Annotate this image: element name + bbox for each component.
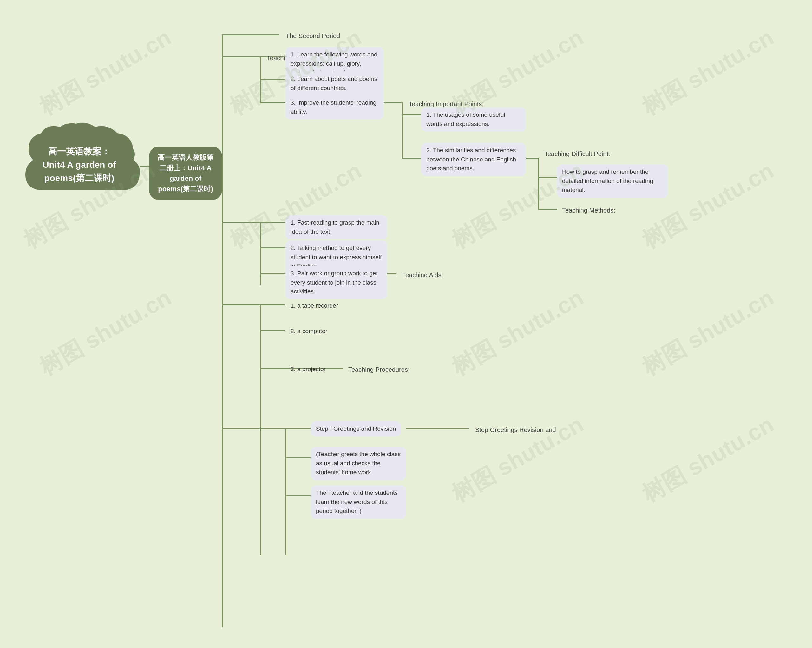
step1-box: Step I Greetings and Revision: [311, 421, 401, 437]
difficult-vline: [538, 158, 539, 177]
second-period-label: The Second Period: [281, 28, 345, 44]
method3-box: 3. Pair work or group work to get every …: [285, 266, 387, 299]
main-stem-line: [222, 34, 223, 627]
aim2-box: 2. Learn about poets and poems of differ…: [285, 72, 384, 96]
watermark: 树图 shutu.cn: [34, 22, 177, 122]
aids-sub-vline: [260, 305, 261, 368]
cloud-node: 高一英语教案：Unit4 A garden of poems(第二课时): [19, 120, 140, 209]
methods-hline: [538, 209, 557, 210]
method1-hline: [260, 222, 285, 223]
proc1-hline: [260, 428, 285, 429]
cloud-label: 高一英语教案：Unit4 A garden of poems(第二课时): [41, 145, 118, 185]
method3-hline: [260, 273, 285, 274]
aid1-hline: [260, 305, 285, 305]
difficult-point-label: Teaching Difficult Point:: [539, 146, 615, 162]
step-greetings-label: Step Greetings Revision and: [470, 422, 561, 438]
aid3-hline: [260, 368, 285, 369]
difficult-hline: [538, 177, 557, 178]
watermark: 树图 shutu.cn: [636, 22, 779, 122]
step1a-hline: [285, 457, 311, 458]
proc-vline: [260, 428, 261, 555]
aim3-box: 3. Improve the students' reading ability…: [285, 95, 384, 120]
step1b-box: Then teacher and the students learn the …: [311, 485, 406, 519]
imp2-box: 2. The similarities and differences betw…: [421, 143, 526, 176]
center-node: 高一英语人教版第二册上：Unit4 A garden of poems(第二课时…: [149, 146, 222, 200]
difficult-box: How to grasp and remember the detailed i…: [557, 164, 668, 198]
methods-vline-top: [538, 177, 539, 209]
proc1-sub-vline: [285, 428, 286, 555]
step1b-hline: [285, 495, 311, 496]
method2-hline: [260, 247, 285, 249]
imp1-hline: [402, 114, 421, 115]
step-greetings-hline: [406, 428, 469, 429]
aim3-hline: [260, 102, 285, 104]
aids-bottom-vline: [260, 368, 261, 438]
aid2-box: 2. a computer: [285, 323, 333, 339]
watermark: 树图 shutu.cn: [34, 282, 177, 382]
branch-methods: [222, 222, 260, 223]
aid1-box: 1. a tape recorder: [285, 298, 343, 314]
branch-procedures: [222, 428, 260, 429]
watermark: 树图 shutu.cn: [446, 282, 589, 382]
watermark: 树图 shutu.cn: [636, 409, 779, 509]
methods-sub-vline: [260, 222, 261, 285]
imp2-hline: [402, 158, 421, 159]
aim2-hline: [260, 79, 285, 79]
watermark: 树图 shutu.cn: [636, 282, 779, 382]
method1-box: 1. Fast-reading to grasp the main idea o…: [285, 215, 387, 239]
step1-hline: [285, 428, 311, 429]
aid2-hline: [260, 330, 285, 331]
imp1-box: 1. The usages of some useful words and e…: [421, 107, 526, 132]
aids-label: Teaching Aids:: [397, 267, 448, 283]
methods-label: Teaching Methods:: [557, 202, 620, 218]
step1a-box: (Teacher greets the whole class as usual…: [311, 447, 406, 480]
important-vline: [402, 102, 403, 158]
branch-aids: [222, 305, 260, 305]
branch-second-period: [222, 34, 279, 35]
branch-teaching-aims: [222, 56, 260, 57]
procedures-label: Teaching Procedures:: [343, 361, 415, 377]
aid3-box: 3. a projector: [285, 361, 331, 377]
